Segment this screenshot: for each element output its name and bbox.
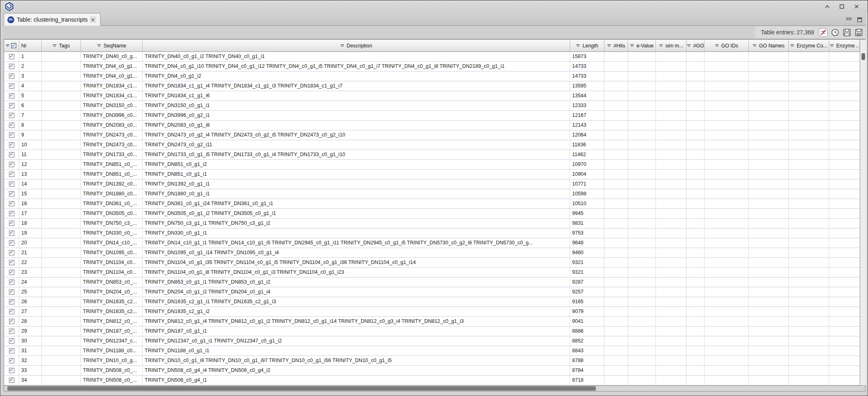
table-row[interactable]: 29TRINITY_DN187_c0_...TRINITY_DN187_c0_g… — [4, 327, 860, 336]
column-header-select-all[interactable] — [4, 40, 19, 52]
table-row[interactable]: 14TRINITY_DN1392_c0...TRINITY_DN1392_c0_… — [4, 179, 860, 189]
row-checkbox[interactable] — [9, 191, 14, 197]
row-checkbox[interactable] — [9, 54, 14, 59]
table-row[interactable]: 5TRINITY_DN1834_c1...TRINITY_DN1834_c1_g… — [4, 91, 860, 101]
table-row[interactable]: 34TRINITY_DN508_c0_...TRINITY_DN508_c0_g… — [4, 376, 860, 385]
column-header-go-names[interactable]: GO Names — [749, 40, 789, 52]
table-row[interactable]: 9TRINITY_DN2473_c0...TRINITY_DN2473_c0_g… — [4, 130, 860, 140]
vertical-scrollbar-thumb[interactable] — [861, 53, 865, 60]
cell-empty — [687, 297, 705, 307]
row-checkbox[interactable] — [9, 358, 14, 363]
row-checkbox[interactable] — [9, 240, 14, 246]
table-row[interactable]: 18TRINITY_DN750_c3_...TRINITY_DN750_c3_g… — [4, 219, 860, 228]
table-row[interactable]: 12TRINITY_DN851_c0_...TRINITY_DN851_c0_g… — [4, 160, 860, 170]
table-row[interactable]: 32TRINITY_DN10_c0_g...TRINITY_DN10_c0_g1… — [4, 356, 860, 366]
table-row[interactable]: 6TRINITY_DN3150_c0...TRINITY_DN3150_c0_g… — [4, 101, 860, 111]
column-header-description[interactable]: Description — [143, 40, 570, 52]
row-checkbox[interactable] — [9, 270, 14, 275]
save-button[interactable] — [842, 28, 851, 37]
row-checkbox[interactable] — [9, 123, 14, 128]
table-row[interactable]: 16TRINITY_DN361_c0_...TRINITY_DN361_c0_g… — [4, 199, 860, 209]
table-row[interactable]: 25TRINITY_DN204_c0_...TRINITY_DN204_c0_g… — [4, 287, 860, 297]
row-checkbox[interactable] — [9, 378, 14, 383]
row-checkbox[interactable] — [9, 368, 14, 373]
view-minimize-icon[interactable] — [844, 16, 853, 24]
column-header-seqname[interactable]: SeqName — [81, 40, 143, 52]
column-header-go-ids[interactable]: GO IDs — [705, 40, 749, 52]
row-checkbox[interactable] — [9, 348, 14, 353]
table-row[interactable]: 19TRINITY_DN330_c0_...TRINITY_DN330_c0_g… — [4, 228, 860, 238]
tab-close-icon[interactable] — [90, 17, 96, 22]
row-checkbox[interactable] — [9, 211, 14, 216]
row-checkbox[interactable] — [9, 83, 14, 89]
row-checkbox[interactable] — [9, 338, 14, 344]
clear-filter-button[interactable] — [819, 28, 828, 37]
column-header-enzyme-co[interactable]: Enzyme Co... — [789, 40, 829, 52]
column-header-length[interactable]: Length — [570, 40, 604, 52]
table-row[interactable]: 4TRINITY_DN1834_c1...TRINITY_DN1834_c1_g… — [4, 81, 860, 91]
table-row[interactable]: 23TRINITY_DN1104_c0...TRINITY_DN1104_c0_… — [4, 268, 860, 277]
row-checkbox[interactable] — [9, 260, 14, 265]
row-checkbox[interactable] — [9, 221, 14, 226]
column-header-sim-m[interactable]: sim m... — [656, 40, 687, 52]
row-checkbox[interactable] — [9, 103, 14, 108]
table-row[interactable]: 1TRINITY_DN40_c0_g...TRINITY_DN40_c0_g1_… — [4, 52, 860, 62]
column-header-go[interactable]: #GO — [687, 40, 705, 52]
table-row[interactable]: 17TRINITY_DN3505_c0...TRINITY_DN3505_c0_… — [4, 209, 860, 219]
table-row[interactable]: 15TRINITY_DN1880_c0...TRINITY_DN1880_c0_… — [4, 189, 860, 199]
table-row[interactable]: 13TRINITY_DN851_c0_...TRINITY_DN851_c0_g… — [4, 170, 860, 179]
table-row[interactable]: 27TRINITY_DN1635_c2...TRINITY_DN1635_c2_… — [4, 307, 860, 317]
row-checkbox[interactable] — [9, 299, 14, 304]
row-checkbox[interactable] — [9, 181, 14, 187]
tab-clustering-transcripts[interactable]: Pr Table: clustering_transcripts — [4, 13, 101, 26]
column-header-hits[interactable]: #Hits — [604, 40, 628, 52]
select-all-checkbox[interactable] — [11, 43, 16, 48]
row-checkbox[interactable] — [9, 201, 14, 206]
table-row[interactable]: 11TRINITY_DN1733_c0...TRINITY_DN1733_c0_… — [4, 150, 860, 160]
table-row[interactable]: 28TRINITY_DN812_c0_...TRINITY_DN812_c0_g… — [4, 317, 860, 327]
row-checkbox[interactable] — [9, 280, 14, 285]
table-row[interactable]: 7TRINITY_DN3996_c0...TRINITY_DN3996_c0_g… — [4, 111, 860, 121]
table-row[interactable]: 33TRINITY_DN508_c0_...TRINITY_DN508_c0_g… — [4, 366, 860, 376]
vertical-scrollbar[interactable] — [860, 40, 866, 385]
row-checkbox[interactable] — [9, 289, 14, 295]
window-maximize-button[interactable] — [837, 2, 847, 11]
window-close-button[interactable] — [851, 2, 862, 11]
history-clock-button[interactable] — [830, 28, 839, 37]
row-checkbox[interactable] — [9, 329, 14, 334]
table-row[interactable]: 2TRINITY_DN4_c0_g1...TRINITY_DN4_c0_g1_i… — [4, 62, 860, 72]
row-checkbox[interactable] — [9, 142, 14, 148]
row-checkbox[interactable] — [9, 172, 14, 177]
table-row[interactable]: 24TRINITY_DN853_c0_...TRINITY_DN853_c0_g… — [4, 277, 860, 287]
row-checkbox[interactable] — [9, 74, 14, 79]
table-row[interactable]: 10TRINITY_DN2473_c0...TRINITY_DN2473_c0_… — [4, 140, 860, 150]
save-as-button[interactable] — [854, 28, 863, 37]
table-row[interactable]: 31TRINITY_DN1188_c0...TRINITY_DN1188_c0_… — [4, 346, 860, 356]
row-checkbox[interactable] — [9, 162, 14, 167]
column-header-tags[interactable]: Tags — [42, 40, 81, 52]
row-checkbox[interactable] — [9, 152, 14, 157]
row-checkbox[interactable] — [9, 93, 14, 98]
table-row[interactable]: 26TRINITY_DN1635_c2...TRINITY_DN1635_c2_… — [4, 297, 860, 307]
cell-nr: 33 — [19, 366, 42, 375]
row-checkbox[interactable] — [9, 132, 14, 138]
window-minimize-button[interactable] — [822, 2, 832, 11]
row-checkbox[interactable] — [9, 250, 14, 255]
row-checkbox[interactable] — [9, 64, 14, 69]
row-checkbox[interactable] — [9, 113, 14, 118]
table-row[interactable]: 22TRINITY_DN1104_c0...TRINITY_DN1104_c0_… — [4, 258, 860, 268]
horizontal-scrollbar[interactable] — [4, 385, 866, 392]
table-row[interactable]: 8TRINITY_DN2083_c0...TRINITY_DN2083_c0_g… — [4, 121, 860, 130]
horizontal-scrollbar-thumb[interactable] — [7, 386, 596, 391]
table-row[interactable]: 30TRINITY_DN12347_c...TRINITY_DN12347_c0… — [4, 336, 860, 346]
table-row[interactable]: 20TRINITY_DN14_c10_...TRINITY_DN14_c10_g… — [4, 238, 860, 248]
table-row[interactable]: 21TRINITY_DN1095_c0...TRINITY_DN1095_c0_… — [4, 248, 860, 258]
table-row[interactable]: 3TRINITY_DN4_c0_g1...TRINITY_DN4_c0_g1_i… — [4, 72, 860, 81]
view-maximize-icon[interactable] — [855, 16, 864, 24]
column-header-enzyme[interactable]: Enzyme .. — [829, 40, 860, 52]
row-checkbox[interactable] — [9, 230, 14, 236]
column-header-e-value[interactable]: e-Value — [628, 40, 656, 52]
row-checkbox[interactable] — [9, 319, 14, 324]
row-checkbox[interactable] — [9, 309, 14, 314]
column-header-nr[interactable]: Nr — [19, 40, 42, 52]
